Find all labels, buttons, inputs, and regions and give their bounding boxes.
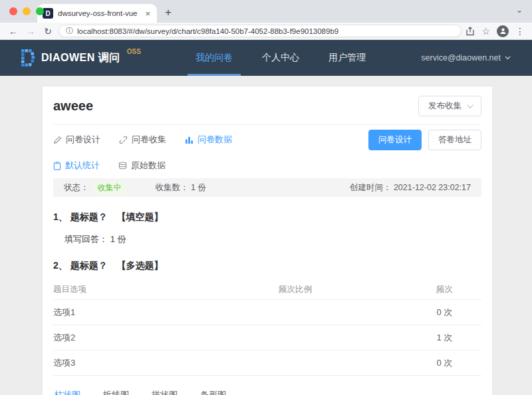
table-header: 题目选项 频次比例 频次 [53,280,481,300]
back-icon[interactable]: ← [7,26,20,37]
tab-survey-data[interactable]: 问卷数据 [185,134,232,146]
table-row: 选项2 100.00% 1 次 [53,325,481,350]
subtab-raw-data[interactable]: 原始数据 [118,160,166,172]
nav-personal-center[interactable]: 个人中心 [247,40,314,76]
question1-title: 1、 题标题？ 【填空题】 [53,211,481,223]
column-option: 题目选项 [53,284,264,295]
survey-design-button[interactable]: 问卷设计 [368,130,422,150]
account-email: service@diaowen.net [421,53,501,63]
collect-count-label: 收集数： [156,183,189,192]
browser-menu-icon[interactable]: ⋮ [515,26,525,37]
browser-toolbar: ← → ↻ ⓘ localhost:8083/#/dw/survey/d/cha… [0,23,532,40]
tab-title: dwsurvey-oss-front-vue [58,9,139,17]
page-body: aweee 发布收集 问卷设计 问卷收集 问卷数据 问卷设计 答卷地址 [0,76,532,395]
question1-answer-count: 填写回答： 1 份 [65,233,481,245]
tab-line-chart[interactable]: 拆线图 [102,385,130,395]
main-nav: 我的问卷 个人中心 用户管理 [181,40,380,76]
column-frequency: 频次 [408,284,481,295]
app-header: DIAOWEN 调问 OSS 我的问卷 个人中心 用户管理 service@di… [0,40,532,76]
chart-type-tabs: 柱状图 拆线图 拼状图 条形图 [53,385,481,395]
browser-tabstrip: D dwsurvey-oss-front-vue × + ⌄ [0,0,532,23]
clipboard-icon [53,162,61,170]
table-row: 选项3 0.00% 0 次 [53,350,481,376]
forward-icon[interactable]: → [24,26,37,37]
status-badge: 收集中 [93,182,126,194]
url-text[interactable]: localhost:8083/#/dw/survey/d/chart/c98fa… [77,27,338,35]
share-icon[interactable] [466,27,475,36]
publish-collect-dropdown[interactable]: 发布收集 [418,96,481,116]
chevron-down-icon [505,56,511,60]
collect-count-value: 1 份 [191,183,206,192]
tab-close-icon[interactable]: × [144,9,152,19]
minimize-window-button[interactable] [23,7,31,15]
option-stats-table: 题目选项 频次比例 频次 选项1 0.00% 0 次 选项2 100.00% 1… [53,280,481,376]
status-label: 状态： [64,182,89,194]
subtab-default-stats[interactable]: 默认统计 [53,160,100,172]
profile-avatar[interactable] [497,25,509,37]
chevron-down-icon [467,102,473,108]
tab-pie-chart[interactable]: 拼状图 [150,385,179,395]
data-subtabs: 默认统计 原始数据 [53,154,481,177]
favicon: D [43,8,53,19]
account-menu[interactable]: service@diaowen.net [421,53,511,63]
brand-name: DIAOWEN 调问 [41,49,120,66]
link-icon [119,136,128,144]
tab-survey-collect[interactable]: 问卷收集 [119,134,166,146]
oss-badge: OSS [127,48,141,55]
survey-title: aweee [53,98,93,114]
tab-column-chart[interactable]: 柱状图 [53,385,82,395]
tab-bar-chart[interactable]: 条形图 [199,385,227,395]
nav-user-management[interactable]: 用户管理 [314,40,380,76]
nav-my-surveys[interactable]: 我的问卷 [181,40,247,76]
function-tabs: 问卷设计 问卷收集 问卷数据 问卷设计 答卷地址 [53,125,481,154]
fullscreen-window-button[interactable] [36,7,44,15]
window-controls[interactable] [9,7,44,15]
diaowen-logo-icon [21,49,36,66]
tab-search-chevron-icon[interactable]: ⌄ [516,5,523,15]
status-bar: 状态： 收集中 收集数： 1 份 创建时间： 2021-12-02 23:02:… [53,178,481,197]
table-row: 选项1 0.00% 0 次 [53,300,481,325]
reload-icon[interactable]: ↻ [41,26,55,37]
tab-survey-design[interactable]: 问卷设计 [53,134,100,146]
created-time-label: 创建时间： [350,183,392,192]
browser-tab[interactable]: D dwsurvey-oss-front-vue × [37,4,157,23]
pencil-icon [53,136,62,144]
survey-card: aweee 发布收集 问卷设计 问卷收集 问卷数据 问卷设计 答卷地址 [43,86,492,395]
column-frequency-ratio: 频次比例 [264,284,408,295]
bar-chart-icon [185,136,194,144]
new-tab-button[interactable]: + [165,6,172,19]
database-icon [118,162,127,170]
question2-title: 2、 题标题？ 【多选题】 [53,260,481,272]
created-time-value: 2021-12-02 23:02:17 [394,183,471,192]
answer-url-button[interactable]: 答卷地址 [428,130,481,150]
close-window-button[interactable] [9,7,17,15]
brand-logo[interactable]: DIAOWEN 调问 OSS [21,49,141,66]
site-info-icon[interactable]: ⓘ [66,26,73,36]
address-bar[interactable]: ⓘ localhost:8083/#/dw/survey/d/chart/c98… [59,25,462,37]
bookmark-star-icon[interactable]: ☆ [481,26,490,37]
